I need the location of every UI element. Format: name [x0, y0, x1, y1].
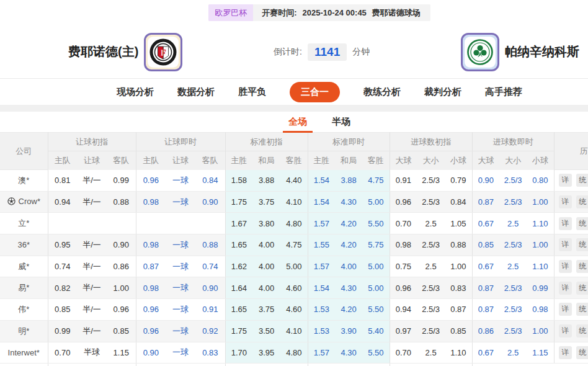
odds-standard_live-0: 1.55	[308, 234, 335, 256]
bookmaker-name: 伟*	[18, 305, 29, 314]
stats-button[interactable]: 统	[576, 303, 588, 316]
odds-goals_live-1: 2.5/3	[499, 320, 527, 342]
odds-goals_live-0: 0.87	[472, 191, 499, 213]
nav-tab-data-analysis[interactable]: 数据分析	[177, 86, 215, 98]
stats-button[interactable]: 统	[576, 260, 588, 273]
odds-handicap_live-1: 一球	[166, 234, 195, 256]
odds-standard_live-2: 5.75	[362, 234, 390, 256]
odds-handicap_initial-2: 0.99	[107, 170, 136, 192]
odds-goals_live-0: 0.67	[472, 342, 499, 364]
odds-handicap_live-2: 0.74	[195, 256, 225, 277]
odds-goals_initial-2: 0.85	[445, 320, 472, 342]
odds-standard_initial-2: 4.60	[280, 299, 308, 321]
stats-button[interactable]: 统	[576, 346, 588, 359]
odds-handicap_live-2: 0.88	[195, 234, 225, 256]
odds-goals_initial-2: 0.79	[445, 170, 472, 192]
svg-text:F: F	[161, 48, 166, 58]
odds-goals_initial-2: 0.84	[445, 191, 472, 213]
odds-goals_initial-0: 0.96	[390, 277, 417, 299]
odds-goals_live-1: 2.5/3	[499, 234, 527, 256]
odds-standard_initial-2: 4.80	[280, 342, 308, 364]
sub-col-header: 大球	[390, 151, 417, 170]
col-group-standard-live: 标准即时	[308, 133, 390, 151]
stats-button[interactable]: 统	[576, 238, 588, 251]
detail-button[interactable]: 详	[559, 217, 572, 230]
odds-goals_initial-1: 2.5/3	[417, 320, 445, 342]
odds-standard_initial-2: 5.00	[280, 256, 308, 277]
odds-handicap_initial-1: 半/一	[77, 170, 107, 192]
odds-standard_initial-2: 4.75	[280, 234, 308, 256]
detail-button[interactable]: 详	[559, 238, 572, 251]
odds-standard_initial-2: 4.10	[280, 320, 308, 342]
odds-handicap_live-2: 0.90	[195, 191, 225, 213]
odds-handicap_live-2: 0.90	[195, 277, 225, 299]
bookmaker-cell: 立*	[0, 213, 48, 234]
col-header-company: 公司	[0, 133, 48, 170]
bookmaker-cell: 36*	[0, 234, 48, 256]
match-header: 费耶诺德(主) F 倒计时: 1141 分钟	[0, 25, 588, 79]
nav-tab-coach-analysis[interactable]: 教练分析	[363, 86, 401, 98]
odds-goals_live-1: 2.5/3	[499, 277, 527, 299]
detail-button[interactable]: 详	[559, 174, 572, 187]
stats-button[interactable]: 统	[576, 174, 588, 187]
nav-tab-live-analysis[interactable]: 现场分析	[117, 86, 154, 98]
detail-button[interactable]: 详	[559, 324, 572, 337]
odds-goals_initial-2: 1.00	[445, 256, 472, 277]
main-nav: 现场分析 数据分析 胜平负 三合一 教练分析 裁判分析 高手推荐	[0, 79, 588, 105]
detail-button[interactable]: 详	[559, 195, 572, 208]
odds-standard_live-2: 4.75	[362, 170, 390, 192]
odds-handicap_live-2: 0.83	[195, 342, 225, 364]
odds-handicap_live-0: 0.96	[136, 170, 166, 192]
odds-row: Crow*0.94半/一0.880.98一球0.901.753.754.101.…	[0, 191, 588, 213]
row-actions: 详统	[554, 170, 588, 192]
bookmaker-name: 立*	[18, 218, 29, 228]
odds-handicap_live-0: 0.96	[136, 320, 166, 342]
nav-tab-referee-analysis[interactable]: 裁判分析	[424, 86, 461, 98]
odds-table-header: 公司 让球初指 让球即时 标准初指 标准即时 进球数初指 进球数即时 历 主队 …	[0, 133, 588, 170]
bookmaker-name: Interwet*	[8, 348, 40, 357]
away-team: 帕纳辛纳科斯	[461, 33, 579, 71]
detail-button[interactable]: 详	[559, 303, 572, 316]
stats-button[interactable]: 统	[576, 217, 588, 230]
odds-handicap_initial-1: 半球	[77, 342, 107, 364]
sub-col-header: 客胜	[280, 151, 308, 170]
odds-standard_live-0: 1.53	[308, 299, 335, 321]
stats-button[interactable]: 统	[576, 195, 588, 208]
odds-standard_live-0: 1.54	[308, 277, 335, 299]
odds-standard_live-1: 4.30	[335, 342, 362, 364]
row-actions: 详统	[554, 256, 588, 277]
odds-handicap_initial-0	[48, 213, 77, 234]
odds-standard_initial-2: 4.60	[280, 277, 308, 299]
odds-standard_initial-0: 1.70	[225, 342, 252, 364]
odds-standard_initial-2: 4.80	[280, 213, 308, 234]
detail-button[interactable]: 详	[559, 282, 572, 295]
odds-row: 36*0.95半/一0.900.98一球0.881.654.004.751.55…	[0, 234, 588, 256]
stats-button[interactable]: 统	[576, 282, 588, 295]
row-actions: 详统	[554, 234, 588, 256]
odds-standard_live-0: 1.57	[308, 213, 335, 234]
detail-button[interactable]: 详	[559, 346, 572, 359]
odds-goals_initial-0: 0.94	[390, 299, 417, 321]
nav-tab-three-in-one[interactable]: 三合一	[290, 82, 340, 102]
odds-standard_initial-0: 1.64	[225, 277, 252, 299]
odds-standard_live-2: 5.00	[362, 191, 390, 213]
bookmaker-name: 澳*	[18, 176, 29, 185]
bookmaker-cell: Interwet*	[0, 342, 48, 364]
odds-goals_live-1: 2.5/3	[499, 191, 527, 213]
detail-button[interactable]: 详	[559, 260, 572, 273]
odds-row: Interwet*0.70半球1.150.90一球0.831.703.954.8…	[0, 342, 588, 364]
odds-standard_live-2: 5.00	[362, 256, 390, 277]
sub-col-header: 主胜	[225, 151, 252, 170]
odds-handicap_live-1	[166, 213, 195, 234]
subtab-half-match[interactable]: 半场	[331, 113, 352, 131]
nav-tab-expert-picks[interactable]: 高手推荐	[485, 86, 522, 98]
nav-tab-win-draw-lose[interactable]: 胜平负	[238, 86, 266, 98]
away-team-name: 帕纳辛纳科斯	[505, 43, 579, 60]
stats-button[interactable]: 统	[576, 324, 588, 337]
odds-goals_live-0: 0.67	[472, 213, 499, 234]
subtab-full-match[interactable]: 全场	[287, 113, 308, 131]
odds-handicap_live-1: 一球	[166, 170, 195, 192]
odds-handicap_initial-1: 半/一	[77, 277, 107, 299]
match-info-bar: 欧罗巴杯 开赛时间: 2025-10-24 00:45 费耶诺德球场	[208, 4, 430, 21]
odds-goals_initial-0: 0.75	[390, 256, 417, 277]
